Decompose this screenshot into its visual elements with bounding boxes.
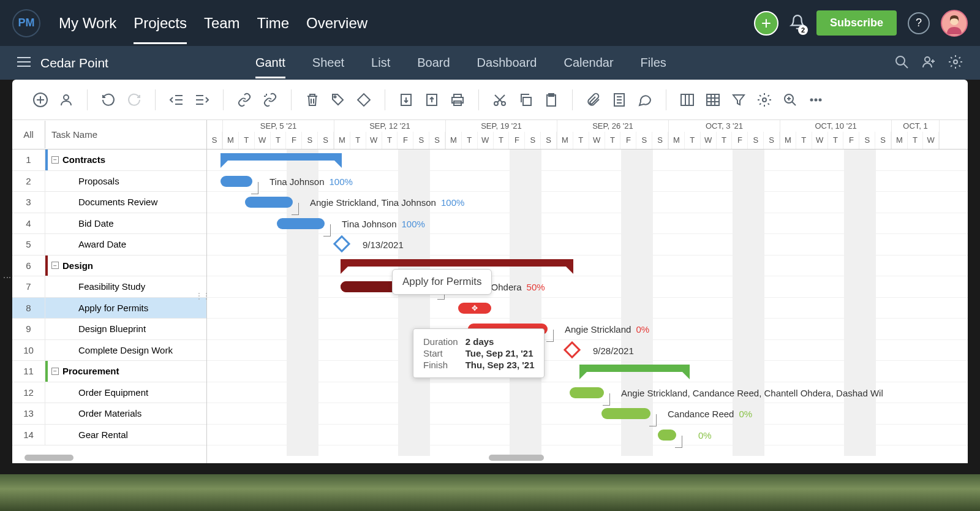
tag-icon[interactable] — [327, 89, 349, 111]
gantt-row[interactable]: Angie Strickland, Tina Johnson100% — [207, 192, 968, 213]
grid-icon[interactable] — [702, 89, 724, 111]
undo-icon[interactable] — [97, 89, 119, 111]
outdent-icon[interactable] — [165, 89, 187, 111]
collapse-icon[interactable]: − — [51, 156, 59, 164]
person-icon[interactable] — [55, 89, 77, 111]
copy-icon[interactable] — [514, 89, 537, 111]
redo-icon[interactable] — [123, 89, 145, 111]
gantt-row[interactable]: 9/28/2021 — [207, 340, 968, 361]
gantt-row[interactable]: Candance Reed0% — [207, 403, 968, 425]
summary-bar[interactable] — [341, 259, 573, 267]
task-row[interactable]: 14Gear Rental — [12, 425, 206, 446]
day-header: T — [494, 132, 510, 149]
view-tab-files[interactable]: Files — [641, 47, 666, 78]
gantt-row[interactable] — [207, 361, 968, 382]
day-header: F — [509, 132, 525, 149]
main-nav-overview[interactable]: Overview — [306, 2, 368, 44]
gantt-row[interactable]: ✥ — [207, 298, 968, 319]
zoom-icon[interactable] — [779, 89, 801, 111]
help-button[interactable]: ? — [908, 12, 930, 34]
unlink-icon[interactable] — [259, 89, 281, 111]
paste-icon[interactable] — [540, 89, 562, 111]
user-avatar[interactable] — [941, 10, 968, 37]
settings-icon[interactable] — [948, 55, 963, 72]
task-row[interactable]: 1−Contracts — [12, 150, 206, 171]
task-row[interactable]: 6−Design — [12, 255, 206, 277]
add-button[interactable]: + — [754, 11, 778, 36]
cut-icon[interactable] — [489, 89, 511, 111]
header-all[interactable]: All — [12, 121, 45, 148]
more-icon[interactable] — [805, 89, 827, 111]
task-row[interactable]: 12Order Equipment — [12, 382, 206, 404]
import-icon[interactable] — [395, 89, 417, 111]
task-bar[interactable]: Candance Reed0% — [601, 408, 650, 419]
task-row[interactable]: 8Apply for Permits — [12, 298, 206, 319]
task-row[interactable]: 7Feasibility Study — [12, 276, 206, 298]
view-tab-board[interactable]: Board — [417, 47, 450, 78]
task-bar[interactable]: 0% — [658, 430, 676, 441]
task-row[interactable]: 2Proposals — [12, 171, 206, 192]
milestone-icon[interactable] — [353, 89, 375, 111]
view-tab-gantt[interactable]: Gantt — [255, 47, 285, 78]
view-tab-sheet[interactable]: Sheet — [312, 47, 344, 78]
header-task-name[interactable]: Task Name — [45, 129, 97, 140]
indent-icon[interactable] — [191, 89, 213, 111]
task-scrollbar[interactable] — [24, 455, 74, 461]
comment-icon[interactable] — [634, 89, 656, 111]
task-row[interactable]: 5Award Date — [12, 234, 206, 255]
collapse-icon[interactable]: − — [51, 368, 59, 375]
task-row[interactable]: 10Complete Design Work — [12, 340, 206, 361]
milestone-marker[interactable] — [333, 235, 350, 252]
task-row[interactable]: 11−Procurement — [12, 361, 206, 382]
print-icon[interactable] — [447, 89, 469, 111]
view-tab-dashboard[interactable]: Dashboard — [477, 47, 537, 78]
gantt-row[interactable]: 9/13/2021 — [207, 234, 968, 255]
note-icon[interactable] — [608, 89, 630, 111]
view-tab-list[interactable]: List — [371, 47, 390, 78]
gantt-row[interactable]: Jennifer Ohdera50% — [207, 276, 968, 298]
task-row[interactable]: 9Design Blueprint — [12, 319, 206, 340]
move-cursor-icon[interactable]: ✥ — [472, 304, 478, 312]
main-nav-projects[interactable]: Projects — [134, 2, 187, 44]
gantt-row[interactable]: Angie Strickland, Candance Reed, Chantel… — [207, 382, 968, 404]
vertical-drag-handle[interactable]: ⋮ — [2, 273, 12, 281]
main-nav-team[interactable]: Team — [204, 2, 240, 44]
task-bar[interactable]: Angie Strickland, Candance Reed, Chantel… — [570, 387, 604, 398]
summary-bar[interactable] — [579, 365, 690, 372]
app-logo[interactable]: PM — [12, 9, 40, 37]
trash-icon[interactable] — [301, 89, 323, 111]
task-bar[interactable]: Angie Strickland, Tina Johnson100% — [245, 197, 293, 208]
subscribe-button[interactable]: Subscribe — [816, 10, 897, 36]
gantt-scrollbar[interactable] — [489, 455, 544, 461]
export-icon[interactable] — [421, 89, 443, 111]
search-icon[interactable] — [894, 55, 909, 72]
task-row[interactable]: 3Documents Review — [12, 192, 206, 213]
attach-icon[interactable] — [582, 89, 605, 111]
project-name: Cedar Point — [40, 56, 108, 70]
gantt-row[interactable]: 0% — [207, 425, 968, 446]
gantt-row[interactable] — [207, 255, 968, 277]
view-tab-calendar[interactable]: Calendar — [564, 47, 613, 78]
task-row[interactable]: 4Bid Date — [12, 213, 206, 235]
gantt-row[interactable]: Tina Johnson100% — [207, 213, 968, 235]
task-row[interactable]: 13Order Materials — [12, 403, 206, 425]
gantt-row[interactable]: Angie Strickland0% — [207, 319, 968, 340]
task-bar[interactable]: Tina Johnson100% — [221, 176, 252, 187]
gear-icon[interactable] — [753, 89, 775, 111]
main-nav-time[interactable]: Time — [257, 2, 289, 44]
gantt-row[interactable] — [207, 150, 968, 171]
milestone-marker[interactable] — [564, 341, 581, 358]
filter-icon[interactable] — [728, 89, 750, 111]
menu-icon[interactable] — [17, 56, 31, 70]
add-task-icon[interactable] — [29, 89, 51, 111]
link-icon[interactable] — [233, 89, 255, 111]
collapse-icon[interactable]: − — [51, 262, 59, 269]
add-person-icon[interactable] — [921, 55, 936, 72]
main-nav-my-work[interactable]: My Work — [59, 2, 116, 44]
gantt-row[interactable]: Tina Johnson100% — [207, 171, 968, 192]
columns-icon[interactable] — [676, 89, 698, 111]
notifications-bell-icon[interactable]: 2 — [790, 14, 805, 32]
task-bar[interactable]: Tina Johnson100% — [277, 218, 325, 229]
task-bar[interactable]: ✥ — [458, 303, 491, 314]
summary-bar[interactable] — [221, 153, 342, 161]
